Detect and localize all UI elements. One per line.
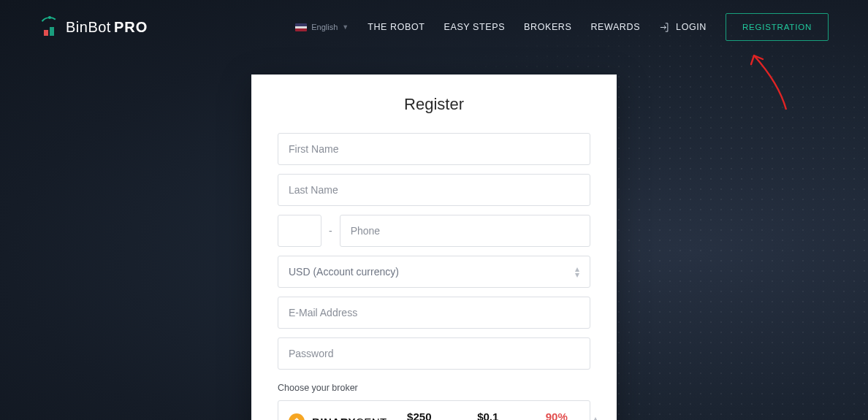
password-input[interactable] bbox=[289, 338, 579, 369]
password-field[interactable] bbox=[278, 337, 590, 370]
stat-max-returns: 90% Max. Returns bbox=[532, 411, 582, 421]
phone-separator: - bbox=[329, 225, 332, 237]
country-code-field[interactable] bbox=[278, 215, 321, 247]
last-name-field[interactable] bbox=[278, 174, 590, 206]
min-deposit-value: $250 bbox=[395, 411, 444, 421]
login-icon bbox=[659, 22, 670, 33]
chevron-down-icon: ▼ bbox=[342, 23, 349, 31]
email-field[interactable] bbox=[278, 297, 590, 329]
currency-select[interactable]: USD (Account currency) ▴▾ bbox=[278, 256, 590, 288]
brand-mark-icon bbox=[39, 21, 60, 36]
nav-easy-steps[interactable]: EASY STEPS bbox=[444, 22, 506, 32]
stat-min-deposit: $250 Min. Deposit bbox=[395, 411, 444, 421]
currency-selected-label: USD (Account currency) bbox=[289, 266, 399, 278]
broker-select[interactable]: ¢ BINARYCENT $250 Min. Deposit $0.1 Min.… bbox=[278, 400, 590, 420]
brand-name-part2: PRO bbox=[114, 19, 148, 36]
last-name-input[interactable] bbox=[289, 175, 579, 205]
flag-icon bbox=[295, 23, 307, 31]
broker-logo: ¢ BINARYCENT bbox=[289, 413, 387, 420]
phone-field[interactable] bbox=[340, 215, 590, 247]
language-label: English bbox=[311, 23, 338, 31]
broker-name-bold: BINARY bbox=[312, 416, 356, 421]
annotation-arrow-icon bbox=[742, 47, 793, 112]
max-returns-value: 90% bbox=[532, 411, 582, 421]
min-invest-value: $0.1 bbox=[463, 411, 513, 421]
nav-the-robot[interactable]: THE ROBOT bbox=[368, 22, 425, 32]
brand-logo[interactable]: BinBotPRO bbox=[39, 19, 148, 36]
stat-min-invest: $0.1 Min. Invest bbox=[463, 411, 513, 421]
first-name-field[interactable] bbox=[278, 133, 590, 165]
broker-sort-icon: ▴▾ bbox=[593, 416, 598, 420]
nav-rewards[interactable]: REWARDS bbox=[590, 22, 640, 32]
broker-stats: $250 Min. Deposit $0.1 Min. Invest 90% M… bbox=[395, 411, 582, 421]
registration-button[interactable]: REGISTRATION bbox=[726, 13, 829, 41]
broker-name-thin: CENT bbox=[356, 416, 387, 421]
email-input[interactable] bbox=[289, 297, 579, 328]
brand-name-part1: BinBot bbox=[66, 19, 111, 36]
login-link[interactable]: LOGIN bbox=[659, 22, 707, 33]
broker-coin-icon: ¢ bbox=[289, 413, 305, 420]
country-code-input[interactable] bbox=[289, 215, 311, 246]
language-switcher[interactable]: English ▼ bbox=[295, 23, 349, 31]
first-name-input[interactable] bbox=[289, 134, 579, 164]
nav-brokers[interactable]: BROKERS bbox=[524, 22, 571, 32]
site-header: BinBotPRO English ▼ THE ROBOT EASY STEPS… bbox=[39, 0, 829, 54]
top-nav: English ▼ THE ROBOT EASY STEPS BROKERS R… bbox=[295, 13, 829, 41]
register-title: Register bbox=[278, 95, 590, 114]
register-card: Register - USD (Account currency) ▴▾ Cho… bbox=[251, 75, 617, 420]
broker-section-label: Choose your broker bbox=[278, 383, 590, 393]
broker-name: BINARYCENT bbox=[312, 416, 387, 421]
select-sort-icon: ▴▾ bbox=[575, 266, 579, 278]
login-label: LOGIN bbox=[676, 22, 707, 32]
phone-input[interactable] bbox=[351, 215, 579, 246]
